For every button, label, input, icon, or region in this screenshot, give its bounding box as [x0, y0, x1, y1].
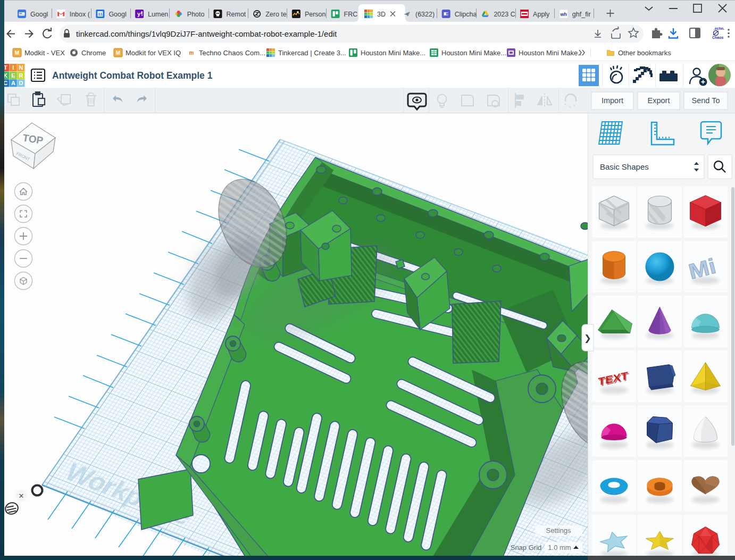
- svg-text:Remot: Remot: [227, 11, 246, 18]
- svg-text:D: D: [19, 80, 23, 86]
- svg-text:I: I: [12, 64, 14, 71]
- svg-text:2023 C: 2023 C: [494, 11, 515, 18]
- svg-text:Techno Chaos Com...: Techno Chaos Com...: [199, 49, 265, 57]
- svg-text:Houston Mini Make...: Houston Mini Make...: [441, 49, 506, 57]
- svg-text:M: M: [116, 50, 120, 56]
- svg-text:N: N: [19, 64, 23, 71]
- svg-text:Zero te: Zero te: [265, 11, 287, 18]
- svg-text:1.0 mm: 1.0 mm: [548, 544, 571, 551]
- svg-text:Settings: Settings: [546, 526, 571, 534]
- svg-text:Clipcha: Clipcha: [455, 11, 477, 18]
- svg-text:m: m: [189, 50, 194, 56]
- svg-text:.echn.: .echn.: [714, 27, 724, 30]
- svg-text:Lumen: Lumen: [148, 11, 168, 18]
- svg-text:Modkit - VEX: Modkit - VEX: [24, 49, 65, 57]
- svg-text:(6322): (6322): [415, 11, 435, 18]
- svg-text:y: y: [137, 11, 141, 17]
- svg-text:Googl: Googl: [108, 11, 126, 18]
- svg-text:Import: Import: [602, 96, 623, 105]
- svg-text:Chrome: Chrome: [81, 49, 106, 57]
- svg-text:ghf_fir: ghf_fir: [572, 11, 591, 18]
- svg-text:Houston Mini Make...: Houston Mini Make...: [361, 49, 425, 57]
- svg-text:Apply: Apply: [533, 11, 550, 18]
- svg-text:Person: Person: [305, 11, 326, 18]
- svg-text:Other bookmarks: Other bookmarks: [618, 49, 671, 57]
- svg-text:Modkit for VEX IQ: Modkit for VEX IQ: [126, 49, 181, 57]
- svg-text:tinkercad.com/things/1vlq9DziJ: tinkercad.com/things/1vlq9DziJ7F-antweig…: [76, 29, 337, 38]
- svg-text:Googl: Googl: [30, 11, 48, 18]
- svg-text:Houston Mini Make...: Houston Mini Make...: [519, 49, 583, 57]
- svg-text:M: M: [15, 50, 19, 56]
- svg-text:11: 11: [98, 12, 103, 16]
- svg-text:✕: ✕: [19, 492, 24, 500]
- svg-text:Tinkercad | Create 3...: Tinkercad | Create 3...: [278, 49, 346, 57]
- svg-text:3D: 3D: [377, 11, 386, 18]
- svg-text:Basic Shapes: Basic Shapes: [600, 162, 649, 171]
- svg-text:Export: Export: [648, 96, 670, 105]
- svg-text:R: R: [19, 72, 23, 79]
- svg-text:❯: ❯: [584, 333, 591, 343]
- svg-text:Snap Grid: Snap Grid: [511, 544, 542, 551]
- svg-text:Send To: Send To: [692, 96, 720, 105]
- svg-text:Photo: Photo: [187, 11, 205, 18]
- svg-text:A: A: [11, 80, 15, 86]
- svg-text:E: E: [11, 72, 15, 79]
- svg-text:Inbox (: Inbox (: [70, 11, 90, 18]
- svg-text:Antweight Combat Robot Example: Antweight Combat Robot Example 1: [52, 70, 213, 81]
- svg-text:Chaos: Chaos: [712, 36, 724, 39]
- svg-text:wh: wh: [560, 12, 567, 17]
